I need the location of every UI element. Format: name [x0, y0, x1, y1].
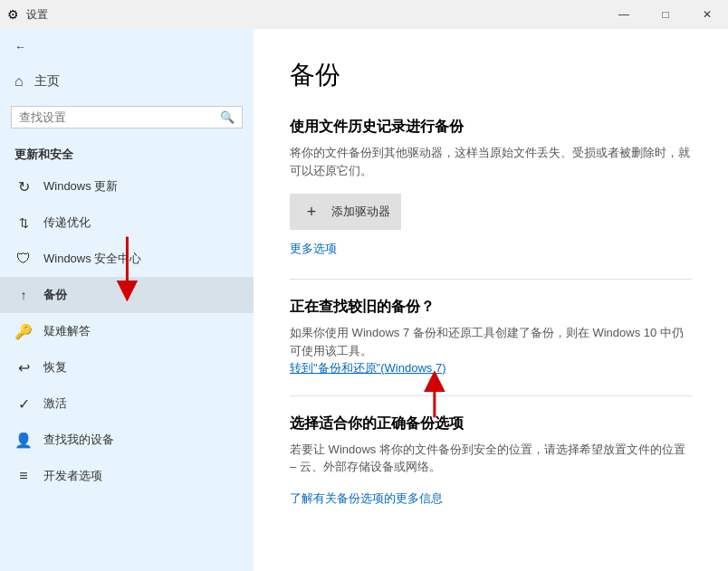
backup-info-link[interactable]: 了解有关备份选项的更多信息 — [290, 490, 692, 507]
home-label: 主页 — [34, 73, 60, 90]
search-input[interactable] — [19, 110, 215, 124]
old-backup-section: 正在查找较旧的备份？ 如果你使用 Windows 7 备份和还原工具创建了备份，… — [290, 298, 692, 377]
sidebar-item-windows-update[interactable]: ↻ Windows 更新 — [0, 168, 254, 205]
file-history-section: 使用文件历史记录进行备份 将你的文件备份到其他驱动器，这样当原始文件丢失、受损或… — [290, 118, 692, 257]
sidebar: ← ⌂ 主页 🔍 更新和安全 ↻ Windows 更新 ⇅ 传递优化 🛡 — [0, 29, 254, 571]
search-box[interactable]: 🔍 — [11, 106, 243, 128]
old-backup-link[interactable]: 转到"备份和还原"(Windows 7) — [290, 361, 445, 375]
plus-icon: + — [301, 201, 322, 223]
back-button[interactable]: ← — [0, 29, 254, 64]
home-nav-item[interactable]: ⌂ 主页 — [0, 64, 254, 99]
choose-backup-heading: 选择适合你的正确备份选项 — [290, 414, 692, 433]
sidebar-item-backup[interactable]: ↑ 备份 — [0, 277, 254, 313]
main-panel: 备份 使用文件历史记录进行备份 将你的文件备份到其他驱动器，这样当原始文件丢失、… — [254, 29, 728, 571]
sidebar-item-developer[interactable]: ≡ 开发者选项 — [0, 458, 254, 494]
shield-icon: 🛡 — [14, 250, 33, 268]
choose-backup-section: 选择适合你的正确备份选项 若要让 Windows 将你的文件备份到安全的位置，请… — [290, 414, 692, 507]
key-icon: 🔑 — [14, 322, 33, 340]
back-icon: ← — [14, 40, 26, 53]
nav-label: 查找我的设备 — [43, 432, 114, 448]
refresh-icon: ↻ — [14, 177, 33, 195]
sidebar-item-delivery-optimization[interactable]: ⇅ 传递优化 — [0, 205, 254, 241]
divider-2 — [290, 395, 692, 396]
file-history-heading: 使用文件历史记录进行备份 — [290, 118, 692, 137]
nav-label: Windows 安全中心 — [43, 251, 141, 267]
nav-label: 传递优化 — [43, 214, 91, 231]
backup-icon: ↑ — [14, 286, 33, 304]
titlebar-left: ⚙ 设置 — [7, 7, 48, 23]
minimize-button[interactable]: — — [603, 0, 645, 29]
more-options-link[interactable]: 更多选项 — [290, 241, 692, 257]
settings-window: ⚙ 设置 — □ ✕ — [0, 0, 728, 571]
divider-1 — [290, 279, 692, 280]
sidebar-item-windows-security[interactable]: 🛡 Windows 安全中心 — [0, 241, 254, 277]
add-drive-label: 添加驱动器 — [331, 204, 390, 220]
sidebar-section-title: 更新和安全 — [0, 136, 254, 168]
close-button[interactable]: ✕ — [686, 0, 728, 29]
nav-label: 恢复 — [43, 359, 67, 376]
choose-backup-desc: 若要让 Windows 将你的文件备份到安全的位置，请选择希望放置文件的位置 –… — [290, 441, 692, 476]
sidebar-item-activation[interactable]: ✓ 激活 — [0, 385, 254, 422]
check-circle-icon: ✓ — [14, 395, 33, 413]
search-icon: 🔍 — [220, 110, 235, 124]
settings-icon: ⚙ — [7, 7, 19, 22]
nav-label: 疑难解答 — [43, 323, 91, 339]
titlebar-title: 设置 — [26, 7, 48, 23]
file-history-desc: 将你的文件备份到其他驱动器，这样当原始文件丢失、受损或者被删除时，就可以还原它们… — [290, 144, 692, 179]
page-title: 备份 — [290, 58, 692, 92]
person-icon: 👤 — [14, 431, 33, 449]
sidebar-item-find-device[interactable]: 👤 查找我的设备 — [0, 422, 254, 458]
titlebar-controls: — □ ✕ — [603, 0, 728, 29]
old-backup-heading: 正在查找较旧的备份？ — [290, 298, 692, 317]
titlebar: ⚙ 设置 — □ ✕ — [0, 0, 728, 29]
maximize-button[interactable]: □ — [645, 0, 686, 29]
recovery-icon: ↩ — [14, 358, 33, 376]
add-drive-button[interactable]: + 添加驱动器 — [290, 194, 401, 230]
nav-label: 激活 — [43, 395, 67, 412]
home-icon: ⌂ — [14, 73, 24, 90]
sidebar-item-troubleshoot[interactable]: 🔑 疑难解答 — [0, 313, 254, 349]
nav-label: Windows 更新 — [43, 178, 118, 195]
sidebar-item-recovery[interactable]: ↩ 恢复 — [0, 349, 254, 385]
delivery-icon: ⇅ — [14, 214, 33, 232]
code-icon: ≡ — [14, 467, 33, 485]
old-backup-desc: 如果你使用 Windows 7 备份和还原工具创建了备份，则在 Windows … — [290, 324, 692, 377]
content-area: ← ⌂ 主页 🔍 更新和安全 ↻ Windows 更新 ⇅ 传递优化 🛡 — [0, 29, 728, 571]
nav-label: 备份 — [43, 287, 67, 303]
nav-label: 开发者选项 — [43, 468, 102, 484]
